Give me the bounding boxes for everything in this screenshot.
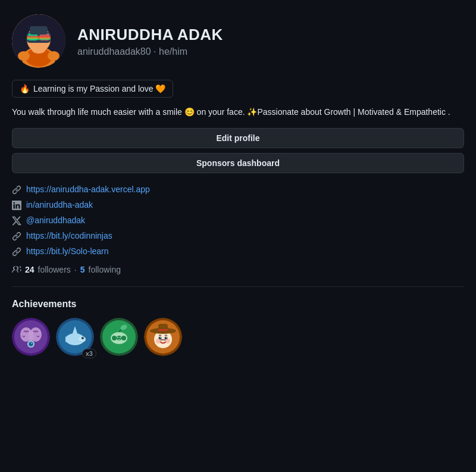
- people-icon: [12, 265, 21, 274]
- svg-point-11: [32, 44, 46, 54]
- svg-point-48: [160, 337, 161, 338]
- followers-row: 24 followers · 5 following: [12, 265, 464, 274]
- svg-rect-18: [29, 331, 33, 340]
- followers-separator: ·: [74, 265, 77, 274]
- link-linkedin[interactable]: in/aniruddha-adak: [12, 199, 464, 210]
- svg-point-12: [18, 51, 30, 61]
- bio-pill-text: Learning is my Passion and love 🧡: [33, 84, 165, 93]
- svg-rect-7: [30, 26, 48, 35]
- link-text-4: https://bit.ly/codinninjas: [26, 231, 112, 240]
- bio-text: You walk through life much easier with a…: [12, 106, 464, 118]
- link-text-twitter: @aniruddhadak: [26, 215, 85, 225]
- svg-rect-8: [27, 36, 51, 37]
- svg-point-50: [156, 339, 161, 343]
- achievements-grid: x3: [12, 318, 464, 356]
- svg-point-22: [31, 343, 32, 344]
- sponsors-dashboard-button[interactable]: Sponsors dashboard: [12, 153, 464, 173]
- link-icon-4: [12, 230, 21, 241]
- link-icon-1: [12, 184, 21, 195]
- linkedin-icon: [12, 199, 21, 210]
- badge-brain[interactable]: [12, 318, 50, 356]
- bio-pill: 🔥 Learning is my Passion and love 🧡: [12, 80, 173, 98]
- svg-point-13: [48, 51, 60, 61]
- link-text-1: https://aniruddha-adak.vercel.app: [26, 185, 150, 194]
- svg-rect-9: [27, 37, 51, 39]
- svg-point-38: [117, 337, 118, 338]
- profile-header: ANIRUDDHA ADAK aniruddhaadak80 · he/him: [12, 14, 464, 68]
- link-text-linkedin: in/aniruddha-adak: [26, 200, 93, 210]
- link-codinninjas[interactable]: https://bit.ly/codinninjas: [12, 230, 464, 241]
- link-vercel[interactable]: https://aniruddha-adak.vercel.app: [12, 184, 464, 195]
- achievements-title: Achievements: [12, 299, 464, 310]
- profile-links: https://aniruddha-adak.vercel.app in/ani…: [12, 184, 464, 257]
- link-icon-5: [12, 246, 21, 257]
- link-twitter[interactable]: @aniruddhadak: [12, 215, 464, 226]
- svg-point-51: [165, 339, 170, 343]
- svg-rect-10: [27, 39, 51, 40]
- following-label: following: [89, 265, 121, 274]
- svg-point-34: [112, 336, 117, 340]
- svg-rect-45: [158, 329, 168, 331]
- svg-point-29: [83, 337, 83, 338]
- edit-profile-button[interactable]: Edit profile: [12, 128, 464, 148]
- avatar: [12, 14, 65, 68]
- bio-pill-emoji: 🔥: [20, 84, 30, 93]
- svg-point-36: [121, 336, 126, 340]
- followers-count[interactable]: 24: [25, 265, 35, 274]
- x-icon: [12, 215, 21, 226]
- profile-name-section: ANIRUDDHA ADAK aniruddhaadak80 · he/him: [77, 26, 223, 57]
- achievements-section: Achievements: [12, 299, 464, 368]
- badge-shark[interactable]: x3: [56, 318, 94, 356]
- badge-cowboy[interactable]: [144, 318, 182, 356]
- link-sololearn[interactable]: https://bit.ly/Solo-learn: [12, 246, 464, 257]
- followers-label: followers: [38, 265, 71, 274]
- svg-point-28: [82, 337, 84, 339]
- username-pronouns: aniruddhaadak80 · he/him: [77, 46, 223, 57]
- svg-point-39: [120, 337, 121, 338]
- display-name: ANIRUDDHA ADAK: [77, 26, 223, 44]
- svg-point-49: [166, 337, 167, 338]
- link-text-5: https://bit.ly/Solo-learn: [26, 246, 109, 256]
- badge-shark-count: x3: [82, 349, 96, 358]
- following-count[interactable]: 5: [80, 265, 85, 274]
- badge-seed[interactable]: [100, 318, 138, 356]
- action-buttons: Edit profile Sponsors dashboard: [12, 128, 464, 173]
- section-divider: [12, 286, 464, 287]
